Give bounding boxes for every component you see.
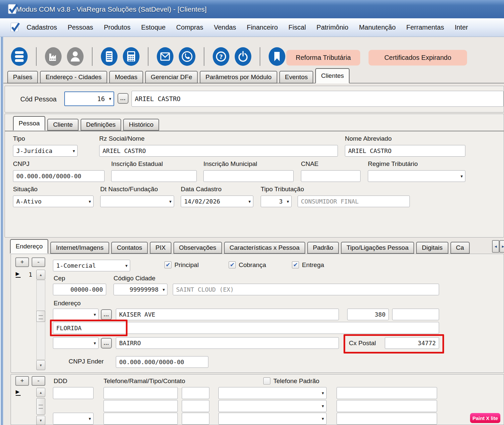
menu-item[interactable]: Manutenção [354, 24, 401, 31]
list-icon[interactable] [101, 47, 118, 66]
power-icon[interactable] [234, 47, 252, 66]
telefone-padrao-checkbox[interactable] [263, 377, 270, 384]
data-cadastro-select[interactable]: 14/02/2026 ▼ [181, 196, 253, 207]
telefone-input-1[interactable] [104, 387, 178, 399]
dropdown-arrow-icon[interactable]: ▼ [287, 199, 289, 204]
database-icon[interactable] [11, 47, 28, 66]
calculator-icon[interactable] [123, 47, 140, 66]
dropdown-arrow-icon[interactable]: ▼ [109, 97, 111, 101]
dropdown-arrow-icon[interactable]: ▼ [169, 199, 171, 204]
menu-item[interactable]: Pessoas [62, 24, 99, 31]
ramal-input-2[interactable] [182, 400, 209, 412]
pessoa-tab[interactable]: Pessoa [13, 116, 45, 131]
person-icon[interactable] [67, 47, 84, 66]
codigo-cidade-select[interactable]: 99999998 ▼ [114, 284, 167, 295]
certificados-expirando-button[interactable]: Certificados Expirando [369, 50, 467, 66]
tipo-telefone-select-3[interactable]: ▼ [218, 413, 327, 425]
principal-checkbox[interactable]: ✔ [164, 261, 171, 268]
contato-input-1[interactable] [337, 387, 437, 399]
ramal-input-3[interactable] [182, 413, 209, 425]
email-icon[interactable] [156, 47, 174, 66]
main-tab[interactable]: Clientes [315, 68, 350, 83]
pessoa-tab[interactable]: Definições [81, 119, 122, 131]
pessoa-tab[interactable]: Histórico [123, 119, 159, 131]
telefone-input-3[interactable] [104, 413, 178, 425]
endereco-tab[interactable]: Características x Pessoa [224, 242, 305, 254]
endereco-tab[interactable]: Observações [173, 242, 222, 254]
cep-input[interactable]: 00000-000 [53, 284, 106, 295]
ramal-input-1[interactable] [182, 387, 209, 399]
dropdown-arrow-icon[interactable]: ▼ [322, 391, 324, 395]
endereco-tab[interactable]: Internet/Imagens [50, 242, 109, 254]
dropdown-arrow-icon[interactable]: ▼ [89, 199, 91, 204]
endereco-tab[interactable]: Ca [450, 242, 470, 254]
dropdown-arrow-icon[interactable]: ▼ [89, 417, 91, 421]
ddd-select-3[interactable]: ▼ [53, 413, 94, 425]
remove-endereco-button[interactable]: - [32, 257, 45, 267]
menu-item[interactable]: Compras [171, 24, 208, 31]
endereco-tab[interactable]: Tipo/Ligações Pessoa [341, 242, 414, 254]
cobranca-checkbox[interactable]: ✔ [229, 261, 236, 268]
main-tab[interactable]: Países [7, 71, 38, 83]
tipo-tributacao-select[interactable]: 3 ▼ [261, 196, 292, 207]
dropdown-arrow-icon[interactable]: ▼ [460, 174, 463, 178]
menu-item[interactable]: Ferramentas [401, 24, 449, 31]
dt-nascto-select[interactable]: ▼ [100, 196, 174, 207]
main-tab[interactable]: Moedas [109, 71, 143, 83]
menu-item[interactable]: Patrimônio [311, 24, 354, 31]
endereco-tab[interactable]: Padrão [307, 242, 339, 254]
dropdown-arrow-icon[interactable]: ▼ [322, 417, 324, 421]
tipo-select[interactable]: J-Jurídica ▼ [13, 145, 78, 157]
endereco-scroll-down-button[interactable]: ▼ [36, 360, 45, 370]
cnae-input[interactable] [301, 170, 361, 182]
menu-item[interactable]: Vendas [208, 24, 241, 31]
endereco-tab[interactable]: Endereço [10, 239, 48, 254]
menu-item[interactable]: Produtos [99, 24, 136, 31]
tab-scroll-right-button[interactable]: ► [499, 240, 504, 253]
company-icon[interactable] [45, 47, 62, 66]
remove-telefone-button[interactable]: - [32, 376, 45, 386]
dropdown-arrow-icon[interactable]: ▼ [94, 312, 96, 317]
cnpj-ender-input[interactable]: 00.000.000/0000-00 [116, 356, 208, 368]
reforma-tributaria-button[interactable]: Reforma Tributária [286, 50, 360, 66]
situacao-select[interactable]: A-Ativo ▼ [13, 196, 94, 207]
telefone-scrollbar-thumb[interactable] [36, 398, 45, 415]
ddd-input-1[interactable] [53, 387, 94, 399]
main-tab[interactable]: Parâmetros por Módulo [200, 71, 277, 83]
cod-pessoa-lookup-button[interactable]: ... [118, 93, 128, 104]
phone-icon[interactable] [178, 47, 196, 66]
tab-scroll-left-button[interactable]: ◄ [492, 240, 499, 253]
contato-input-2[interactable] [337, 400, 437, 412]
bairro-input[interactable]: BAIRRO [116, 337, 339, 349]
numero-input[interactable]: 380 [347, 309, 389, 320]
rz-social-input[interactable]: ARIEL CASTRO [99, 145, 338, 157]
menu-item[interactable]: Inter [449, 24, 473, 31]
tipo-telefone-select-1[interactable]: ▼ [218, 387, 327, 399]
contato-input-3[interactable] [337, 413, 437, 425]
endereco-tab[interactable]: Digitais [416, 242, 448, 254]
logradouro-input[interactable]: KAISER AVE [116, 309, 339, 320]
help-icon[interactable]: ? [212, 47, 230, 66]
bairro-lookup-button[interactable]: ... [101, 338, 112, 349]
main-tab[interactable]: Eventos [279, 71, 314, 83]
telefone-input-2[interactable] [104, 400, 178, 412]
endereco-scroll-up-button[interactable]: ▲ [36, 270, 45, 280]
dropdown-arrow-icon[interactable]: ▼ [322, 404, 324, 408]
cx-postal-input[interactable]: 34772 [385, 337, 439, 349]
main-tab[interactable]: Gerenciar DFe [145, 71, 198, 83]
endereco-tab[interactable]: PIX [150, 242, 171, 254]
logradouro-lookup-button[interactable]: ... [101, 309, 112, 320]
dropdown-arrow-icon[interactable]: ▼ [248, 199, 251, 204]
bookmark-icon[interactable] [268, 47, 286, 66]
menu-item[interactable]: Cadastros [21, 24, 62, 31]
inscricao-municipal-input[interactable] [203, 170, 294, 182]
menu-item[interactable]: Fiscal [283, 24, 311, 31]
menu-item[interactable]: Estoque [136, 24, 171, 31]
tipo-telefone-select-2[interactable]: ▼ [218, 400, 327, 412]
tipo-bairro-select[interactable]: ▼ [53, 337, 99, 349]
complemento-input[interactable] [392, 309, 439, 320]
dropdown-arrow-icon[interactable]: ▼ [94, 341, 96, 345]
pessoa-tab[interactable]: Cliente [47, 119, 78, 131]
main-tab[interactable]: Endereço - Cidades [40, 71, 107, 83]
add-endereco-button[interactable]: + [15, 257, 29, 267]
